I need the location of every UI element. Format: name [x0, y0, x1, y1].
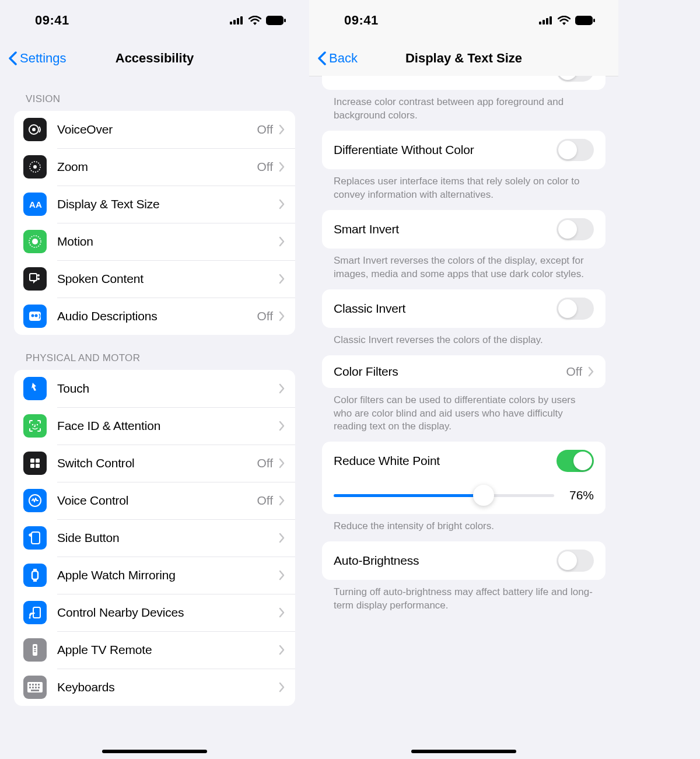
classic-invert-toggle[interactable] [556, 298, 594, 320]
status-time: 09:41 [35, 13, 69, 28]
row-label: Keyboards [57, 680, 279, 694]
chevron-right-icon [279, 421, 285, 431]
group-auto-brightness: Auto-Brightness [322, 541, 606, 580]
row-voice-control[interactable]: Voice ControlOff [14, 482, 295, 519]
svg-rect-29 [33, 569, 37, 571]
svg-rect-39 [32, 684, 34, 685]
scroll-content[interactable]: Increase Contrast Increase color contras… [309, 76, 618, 759]
svg-rect-31 [33, 607, 40, 618]
back-button[interactable]: Settings [8, 51, 66, 66]
row-color-filters[interactable]: Color FiltersOff [322, 355, 606, 388]
nav-bar: Settings Accessibility [0, 41, 309, 76]
row-spoken-content[interactable]: Spoken Content [14, 260, 295, 298]
zoom-icon [23, 155, 47, 179]
back-button[interactable]: Back [317, 51, 358, 66]
row-label: Control Nearby Devices [57, 606, 279, 620]
row-label: Color Filters [334, 365, 566, 379]
voiceover-icon [23, 118, 47, 141]
row-face-id-attention[interactable]: Face ID & Attention [14, 407, 295, 445]
smart-invert-toggle[interactable] [556, 218, 594, 240]
nearby-icon [23, 601, 47, 624]
chevron-right-icon [279, 236, 285, 247]
svg-rect-2 [237, 18, 239, 25]
auto-brightness-toggle[interactable] [556, 550, 594, 572]
row-reduce-white-point[interactable]: Reduce White Point [322, 442, 606, 480]
row-label: Auto-Brightness [334, 554, 556, 568]
svg-rect-25 [36, 464, 40, 468]
status-bar: 09:41 [0, 0, 309, 41]
chevron-right-icon [279, 495, 285, 506]
row-value: Off [257, 456, 273, 470]
row-label: Increase Contrast [334, 76, 556, 79]
row-display-text-size[interactable]: AADisplay & Text Size [14, 186, 295, 223]
reduce-white-point-slider[interactable] [334, 494, 554, 497]
reduce-white-point-slider-row: 76% [322, 480, 606, 514]
wifi-icon [558, 16, 570, 25]
row-classic-invert[interactable]: Classic Invert [322, 289, 606, 328]
home-indicator[interactable] [411, 750, 516, 753]
svg-rect-41 [38, 684, 40, 685]
svg-rect-42 [29, 687, 31, 688]
row-touch[interactable]: Touch [14, 370, 295, 407]
svg-point-7 [32, 128, 36, 131]
row-control-nearby-devices[interactable]: Control Nearby Devices [14, 594, 295, 631]
row-label: Side Button [57, 531, 279, 545]
battery-icon [266, 16, 286, 25]
differentiate-without-color-toggle[interactable] [556, 139, 594, 161]
group-classic-invert: Classic Invert [322, 289, 606, 328]
home-indicator[interactable] [102, 750, 207, 753]
row-auto-brightness[interactable]: Auto-Brightness [322, 541, 606, 580]
page-title: Display & Text Size [405, 51, 522, 66]
chevron-right-icon [279, 533, 285, 543]
row-value: Off [257, 123, 273, 137]
back-label: Settings [20, 51, 66, 66]
chevron-right-icon [279, 458, 285, 468]
row-audio-descriptions[interactable]: Audio DescriptionsOff [14, 298, 295, 335]
svg-point-20 [32, 424, 33, 425]
increase-contrast-row[interactable]: Increase Contrast [322, 76, 606, 90]
increase-contrast-group: Increase Contrast [322, 76, 606, 90]
chevron-right-icon [279, 124, 285, 135]
increase-contrast-toggle[interactable] [556, 76, 594, 82]
row-value: Off [257, 309, 273, 323]
vision-list: VoiceOverOffZoomOffAADisplay & Text Size… [14, 111, 295, 335]
touch-icon [23, 377, 47, 400]
watch-icon [23, 564, 47, 587]
svg-rect-48 [542, 20, 545, 25]
row-differentiate-without-color[interactable]: Differentiate Without Color [322, 131, 606, 169]
svg-rect-43 [32, 687, 34, 688]
spoken-icon [23, 267, 47, 291]
row-label: Face ID & Attention [57, 419, 279, 433]
svg-rect-24 [30, 464, 34, 468]
row-label: Voice Control [57, 494, 257, 508]
row-apple-watch-mirroring[interactable]: Apple Watch Mirroring [14, 557, 295, 594]
audiodesc-icon [23, 305, 47, 328]
row-value: Off [257, 160, 273, 174]
svg-point-15 [37, 274, 40, 277]
chevron-left-icon [8, 51, 18, 65]
row-voiceover[interactable]: VoiceOverOff [14, 111, 295, 148]
row-zoom[interactable]: ZoomOff [14, 148, 295, 186]
svg-point-9 [33, 165, 37, 169]
chevron-right-icon [279, 199, 285, 209]
row-side-button[interactable]: Side Button [14, 519, 295, 557]
row-keyboards[interactable]: Keyboards [14, 669, 295, 706]
row-value: Off [257, 494, 273, 508]
svg-point-19 [35, 314, 38, 317]
svg-rect-46 [31, 690, 39, 691]
row-label: Touch [57, 382, 279, 396]
svg-rect-14 [30, 274, 37, 281]
reduce-white-point-toggle[interactable] [556, 450, 594, 472]
chevron-right-icon [279, 274, 285, 284]
row-switch-control[interactable]: Switch ControlOff [14, 445, 295, 482]
svg-rect-28 [32, 571, 38, 579]
row-smart-invert[interactable]: Smart Invert [322, 210, 606, 249]
increase-contrast-footer: Increase color contrast between app fore… [309, 90, 618, 123]
row-motion[interactable]: Motion [14, 223, 295, 260]
svg-rect-3 [240, 16, 243, 25]
row-apple-tv-remote[interactable]: Apple TV Remote [14, 631, 295, 669]
physical-motor-list: TouchFace ID & AttentionSwitch ControlOf… [14, 370, 295, 706]
svg-rect-5 [284, 19, 286, 22]
svg-rect-40 [35, 684, 37, 685]
reduce-white-point-footer: Reduce the intensity of bright colors. [309, 514, 618, 533]
